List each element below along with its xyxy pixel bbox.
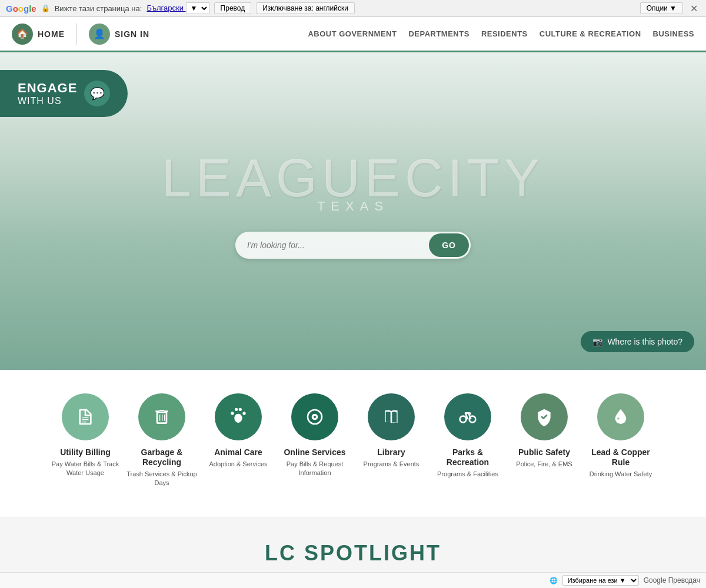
quick-link-icon-3 [291,393,338,440]
quick-link-item[interactable]: Parks & RecreationPrograms & Facilities [429,393,506,487]
search-input[interactable] [235,233,427,257]
nav-home-link[interactable]: 🏠 HOME [12,24,77,45]
quick-link-sub: Pay Water Bills & Track Water Usage [50,460,121,478]
close-translate-button[interactable]: ✕ [688,3,700,14]
quick-link-item[interactable]: Garbage & RecyclingTrash Services & Pick… [124,393,200,487]
translate-view-text: Вижте тази страница на: [55,4,142,13]
photo-btn-label: Where is this photo? [607,337,682,346]
quick-link-title: Animal Care [214,447,262,457]
signin-icon: 👤 [89,24,110,45]
city-name-main: LEAGUECITY [162,152,544,205]
quick-link-sub: Pay Bills & Request Information [279,460,350,478]
engage-title: ENGAGE [18,81,77,96]
quick-link-sub: Drinking Water Safety [590,470,652,479]
quick-link-title: Library [377,447,405,457]
quick-link-title: Public Safety [518,447,570,457]
quick-link-title: Lead & Copper Rule [585,447,656,467]
quick-link-item[interactable]: LibraryPrograms & Events [353,393,429,487]
svg-point-3 [460,416,467,423]
camera-icon: 📷 [592,337,602,346]
photo-location-button[interactable]: 📷 Where is this photo? [581,331,694,352]
quick-link-title: Parks & Recreation [432,447,503,467]
quick-link-item[interactable]: Public SafetyPolice, Fire, & EMS [506,393,582,487]
quick-link-sub: Police, Fire, & EMS [516,460,572,469]
home-icon: 🏠 [12,24,33,45]
nav-home-label: HOME [38,29,65,39]
translate-lang-link[interactable]: Български ▼ [146,2,209,14]
quick-link-title: Online Services [284,447,345,457]
nav-links: ABOUT GOVERNMENT DEPARTMENTS RESIDENTS C… [308,29,694,38]
nav-link-about[interactable]: ABOUT GOVERNMENT [308,29,397,38]
svg-point-2 [314,416,316,418]
engage-subtitle: WITH US [18,96,77,106]
quick-link-sub: Adoption & Services [209,460,267,469]
quick-link-icon-6 [521,393,568,440]
quick-link-title: Utility Billing [60,447,111,457]
chat-icon: 💬 [84,81,110,106]
options-button[interactable]: Опции ▼ [640,2,683,14]
bottom-bar: 🌐 Избиране на ези ▼ Google Преводач [0,572,706,588]
translate-button[interactable]: Превод [214,2,252,14]
quick-link-icon-4 [368,393,415,440]
engage-button[interactable]: ENGAGE WITH US 💬 [0,70,128,117]
quick-link-icon-5 [444,393,491,440]
nav-bar: 🏠 HOME 👤 SIGN IN ABOUT GOVERNMENT DEPART… [0,17,706,52]
city-name-block: LEAGUECITY TEXAS [162,152,544,214]
quick-link-sub: Programs & Events [364,460,419,469]
nav-signin-label: SIGN IN [115,29,149,39]
nav-link-business[interactable]: BUSINESS [653,29,694,38]
engage-text-block: ENGAGE WITH US [18,81,77,106]
nav-signin-link[interactable]: 👤 SIGN IN [77,24,161,45]
svg-point-6 [617,417,620,420]
nav-link-departments[interactable]: DEPARTMENTS [408,29,469,38]
nav-link-residents[interactable]: RESIDENTS [481,29,528,38]
quick-link-item[interactable]: Lead & Copper RuleDrinking Water Safety [582,393,659,487]
quick-link-sub: Trash Services & Pickup Days [126,470,197,488]
quick-link-item[interactable]: Online ServicesPay Bills & Request Infor… [277,393,353,487]
quick-links-section: Utility BillingPay Water Bills & Track W… [0,370,706,517]
google-logo: Google [6,4,36,14]
translate-bar: Google 🔒 Вижте тази страница на: Българс… [0,0,706,17]
quick-link-icon-1 [138,393,185,440]
quick-link-title: Garbage & Recycling [126,447,197,467]
quick-link-icon-2 [215,393,262,440]
nav-link-culture[interactable]: CULTURE & RECREATION [540,29,641,38]
quick-link-sub: Programs & Facilities [437,470,498,479]
bottom-translator-label: Google Преводач [644,576,700,584]
search-bar: GO [235,232,471,259]
google-translate-logo: 🌐 [550,577,558,584]
svg-point-5 [465,412,467,414]
search-go-button[interactable]: GO [429,233,469,257]
quick-link-icon-0 [62,393,109,440]
bottom-lang-select[interactable]: Избиране на ези ▼ [562,575,639,586]
quick-link-item[interactable]: Animal CareAdoption & Services [200,393,277,487]
translate-lang-select[interactable]: ▼ [186,2,209,14]
spotlight-title: LC SPOTLIGHT [12,541,694,566]
lock-icon: 🔒 [41,4,50,12]
exclude-button[interactable]: Изключване за: английски [256,2,355,14]
quick-link-item[interactable]: Utility BillingPay Water Bills & Track W… [47,393,124,487]
hero-section: ENGAGE WITH US 💬 LEAGUECITY TEXAS GO 📷 W… [0,52,706,370]
quick-link-icon-7 [597,393,644,440]
